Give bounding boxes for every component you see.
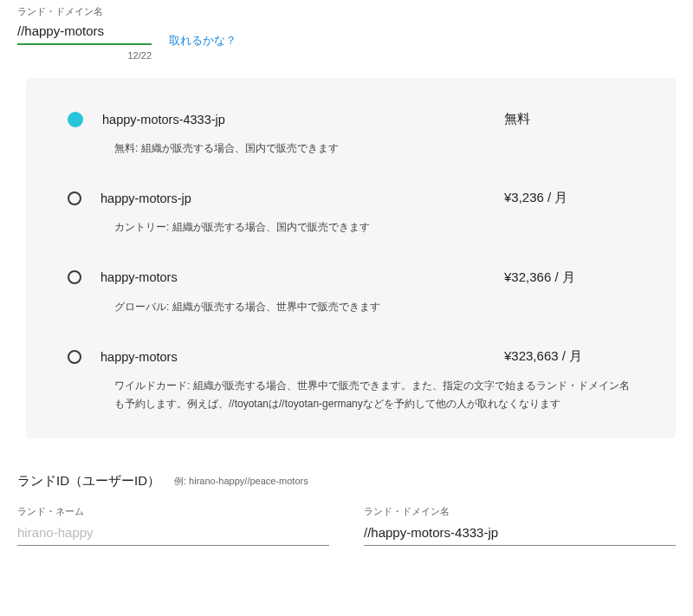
land-domain-input-wrap[interactable]: //	[364, 522, 676, 546]
domain-input-label: ランド・ドメイン名	[17, 5, 152, 18]
land-domain-field: ランド・ドメイン名 //	[364, 505, 676, 546]
radio-icon[interactable]	[68, 350, 81, 364]
radio-icon[interactable]	[68, 191, 81, 205]
plan-option-price: 無料	[504, 111, 634, 127]
domain-input-counter: 12/22	[17, 50, 152, 61]
land-domain-input[interactable]	[371, 525, 676, 540]
radio-icon[interactable]	[68, 270, 81, 284]
plan-option: happy-motors-4333-jp無料無料: 組織が販売する場合、国内で販…	[68, 111, 634, 157]
domain-input[interactable]	[17, 20, 152, 45]
land-name-input[interactable]	[17, 522, 329, 546]
radio-selected-icon[interactable]	[68, 112, 83, 127]
land-id-example: 例: hirano-happy//peace-motors	[174, 475, 308, 488]
land-id-section: ランドID（ユーザーID） 例: hirano-happy//peace-mot…	[0, 438, 693, 546]
plan-option-desc: ワイルドカード: 組織が販売する場合、世界中で販売できます。また、指定の文字で始…	[114, 377, 634, 412]
plan-option-row[interactable]: happy-motors¥32,366 / 月	[68, 269, 634, 286]
land-domain-label: ランド・ドメイン名	[364, 505, 676, 518]
plan-option-name: happy-motors	[100, 350, 485, 364]
plan-option-name: happy-motors	[100, 270, 485, 284]
plan-option: happy-motors-jp¥3,236 / 月カントリー: 組織が販売する場…	[68, 190, 634, 236]
plan-options-card: happy-motors-4333-jp無料無料: 組織が販売する場合、国内で販…	[26, 78, 676, 438]
land-name-label: ランド・ネーム	[17, 505, 329, 518]
domain-input-wrap: ランド・ドメイン名 12/22	[17, 5, 152, 61]
plan-option-desc: カントリー: 組織が販売する場合、国内で販売できます	[114, 218, 634, 236]
plan-option-desc: 無料: 組織が販売する場合、国内で販売できます	[114, 139, 634, 157]
plan-option-row[interactable]: happy-motors-jp¥3,236 / 月	[68, 190, 634, 206]
plan-option-row[interactable]: happy-motors¥323,663 / 月	[68, 348, 634, 365]
plan-option-name: happy-motors-4333-jp	[102, 113, 485, 126]
land-id-title: ランドID（ユーザーID）	[17, 473, 160, 490]
plan-option-row[interactable]: happy-motors-4333-jp無料	[68, 111, 634, 127]
plan-option-price: ¥3,236 / 月	[504, 190, 634, 206]
check-availability-link[interactable]: 取れるかな？	[169, 33, 236, 61]
plan-option-name: happy-motors-jp	[100, 191, 485, 205]
plan-option-price: ¥32,366 / 月	[504, 269, 634, 286]
plan-option-desc: グローバル: 組織が販売する場合、世界中で販売できます	[114, 298, 634, 315]
land-name-field: ランド・ネーム	[17, 505, 329, 546]
plan-option: happy-motors¥32,366 / 月グローバル: 組織が販売する場合、…	[68, 269, 634, 315]
plan-option: happy-motors¥323,663 / 月ワイルドカード: 組織が販売する…	[68, 348, 634, 412]
land-domain-prefix: //	[364, 525, 371, 540]
plan-option-price: ¥323,663 / 月	[504, 348, 634, 365]
